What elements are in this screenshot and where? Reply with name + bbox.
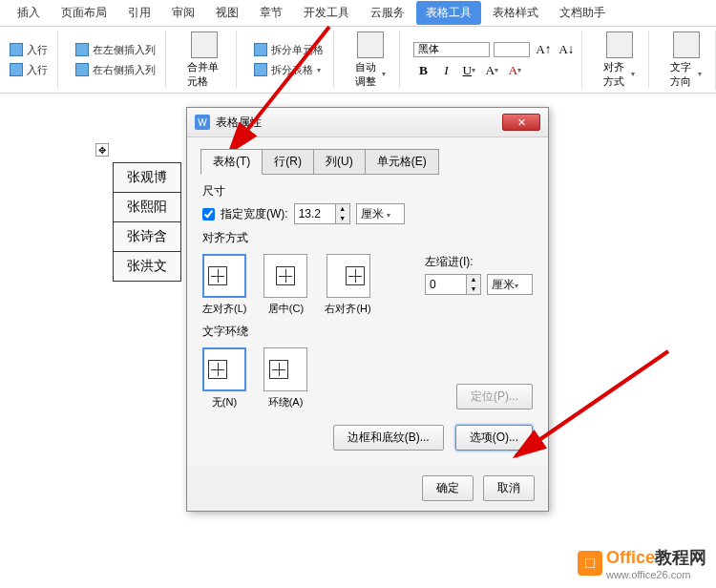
- merge-cells-icon: [191, 32, 218, 58]
- close-button[interactable]: ✕: [502, 114, 540, 131]
- insert-row-icon: [10, 43, 23, 56]
- width-unit-select[interactable]: 厘米 ▾: [356, 203, 405, 224]
- chevron-down-icon: ▾: [698, 70, 702, 78]
- spinner-down[interactable]: ▼: [336, 214, 349, 223]
- width-checkbox[interactable]: [202, 208, 215, 220]
- width-spinner[interactable]: ▲▼: [294, 203, 350, 224]
- chevron-down-icon: ▾: [382, 70, 386, 78]
- table-move-handle[interactable]: ✥: [95, 143, 109, 157]
- tab-developer[interactable]: 开发工具: [294, 1, 359, 25]
- align-section-label: 对齐方式: [202, 230, 533, 246]
- tab-references[interactable]: 引用: [118, 1, 160, 25]
- tab-table-style[interactable]: 表格样式: [483, 1, 548, 25]
- tab-table-tools[interactable]: 表格工具: [416, 1, 481, 25]
- text-direction-icon: [673, 32, 700, 58]
- chevron-down-icon: ▾: [631, 70, 635, 78]
- increase-font-button[interactable]: A↑: [534, 40, 553, 59]
- tab-page-layout[interactable]: 页面布局: [52, 1, 116, 25]
- table-cell[interactable]: 张诗含: [114, 222, 181, 252]
- document-table[interactable]: 张观博 张熙阳 张诗含 张洪文: [113, 162, 181, 282]
- align-icon: [606, 32, 633, 58]
- table-properties-dialog: W 表格属性 ✕ 表格(T) 行(R) 列(U) 单元格(E) 尺寸 指定宽度(…: [186, 107, 549, 512]
- bold-button[interactable]: B: [413, 61, 432, 80]
- decrease-font-button[interactable]: A↓: [557, 40, 576, 59]
- tab-insert[interactable]: 插入: [8, 1, 50, 25]
- cancel-button[interactable]: 取消: [483, 475, 535, 501]
- indent-unit-select[interactable]: 厘米▾: [487, 274, 533, 295]
- options-button[interactable]: 选项(O)...: [455, 425, 533, 451]
- wrap-none-option[interactable]: 无(N): [202, 347, 246, 410]
- text-direction-button[interactable]: 文字方向▾: [663, 28, 709, 93]
- ok-button[interactable]: 确定: [422, 475, 474, 501]
- tab-review[interactable]: 审阅: [162, 1, 204, 25]
- spinner-down[interactable]: ▼: [467, 284, 480, 294]
- align-mode-button[interactable]: 对齐方式▾: [596, 28, 642, 93]
- split-table-icon: [254, 63, 267, 76]
- auto-adjust-icon: [357, 32, 384, 58]
- insert-row-above[interactable]: 入行: [6, 41, 52, 59]
- tab-view[interactable]: 视图: [206, 1, 248, 25]
- tab-cloud[interactable]: 云服务: [361, 1, 414, 25]
- indent-spinner[interactable]: ▲▼: [425, 274, 481, 295]
- tab-doc-assistant[interactable]: 文档助手: [550, 1, 615, 25]
- dialog-title: 表格属性: [216, 115, 502, 131]
- ribbon-tabs: 插入 页面布局 引用 审阅 视图 章节 开发工具 云服务 表格工具 表格样式 文…: [0, 0, 716, 27]
- dialog-titlebar[interactable]: W 表格属性 ✕: [187, 108, 548, 137]
- indent-label: 左缩进(I):: [425, 254, 533, 270]
- split-cells-icon: [254, 43, 267, 56]
- border-shading-button[interactable]: 边框和底纹(B)...: [333, 425, 444, 451]
- split-table[interactable]: 拆分表格▾: [250, 61, 327, 79]
- watermark: □ Office教程网 www.office26.com: [578, 546, 706, 580]
- insert-col-left[interactable]: 在左侧插入列: [72, 41, 159, 59]
- table-cell[interactable]: 张洪文: [114, 252, 181, 282]
- underline-button[interactable]: U▾: [459, 61, 478, 80]
- auto-adjust-button[interactable]: 自动调整▾: [347, 28, 394, 93]
- align-right-option[interactable]: 右对齐(H): [325, 254, 370, 316]
- tab-cell[interactable]: 单元格(E): [365, 149, 439, 175]
- position-button: 定位(P)...: [456, 384, 533, 410]
- watermark-icon: □: [578, 551, 602, 576]
- tab-panel-table: 尺寸 指定宽度(W): ▲▼ 厘米 ▾ 对齐方式 左对齐(L) 居中(C): [200, 174, 535, 454]
- align-left-option[interactable]: 左对齐(L): [202, 254, 246, 316]
- wrap-around-option[interactable]: 环绕(A): [263, 347, 307, 410]
- insert-row-below[interactable]: 入行: [6, 61, 52, 79]
- indent-input[interactable]: [426, 278, 466, 291]
- merge-cells-button[interactable]: 合并单元格: [179, 28, 230, 93]
- insert-row-icon: [10, 63, 23, 76]
- font-size-select[interactable]: [494, 42, 530, 57]
- tab-table[interactable]: 表格(T): [200, 149, 263, 175]
- italic-button[interactable]: I: [436, 61, 455, 80]
- highlight-button[interactable]: A▾: [482, 61, 501, 80]
- spinner-up[interactable]: ▲: [336, 204, 349, 214]
- font-name-select[interactable]: [413, 42, 490, 57]
- size-section-label: 尺寸: [202, 183, 533, 200]
- align-center-option[interactable]: 居中(C): [263, 254, 307, 316]
- insert-col-right-icon: [75, 63, 89, 76]
- wps-icon: W: [195, 115, 210, 130]
- insert-col-right[interactable]: 在右侧插入列: [72, 61, 159, 79]
- spinner-up[interactable]: ▲: [467, 275, 480, 284]
- width-label: 指定宽度(W):: [221, 206, 288, 222]
- tab-chapter[interactable]: 章节: [250, 1, 292, 25]
- font-color-button[interactable]: A▾: [505, 61, 524, 80]
- chevron-down-icon: ▾: [317, 66, 321, 74]
- tab-row[interactable]: 行(R): [262, 149, 314, 175]
- width-input[interactable]: [295, 207, 335, 220]
- tab-col[interactable]: 列(U): [313, 149, 366, 175]
- split-cells[interactable]: 拆分单元格: [250, 41, 327, 59]
- insert-col-left-icon: [75, 43, 89, 56]
- table-cell[interactable]: 张熙阳: [114, 193, 181, 222]
- wrap-section-label: 文字环绕: [202, 324, 533, 340]
- ribbon-content: 入行 入行 在左侧插入列 在右侧插入列 合并单元格 拆分单元格 拆分表格▾ 自动…: [0, 27, 716, 94]
- table-cell[interactable]: 张观博: [114, 163, 181, 193]
- dialog-tabs: 表格(T) 行(R) 列(U) 单元格(E): [200, 149, 535, 175]
